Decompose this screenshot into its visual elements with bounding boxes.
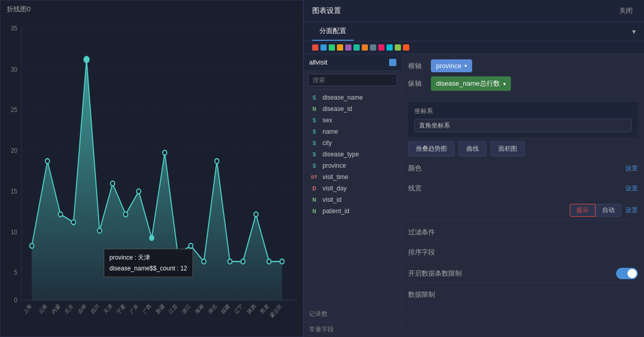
- limit-toggle[interactable]: [616, 268, 638, 279]
- color-label: 颜色: [408, 164, 422, 173]
- svg-text:蒙古区: 蒙古区: [269, 303, 283, 319]
- svg-text:广东: 广东: [129, 303, 139, 315]
- linewidth-label: 线宽: [408, 184, 422, 193]
- svg-text:15: 15: [11, 188, 18, 196]
- field-name: sex: [323, 117, 332, 124]
- chart-type-btn-stacked[interactable]: 推叠趋势图: [408, 141, 455, 156]
- field-name: visit_id: [323, 196, 342, 203]
- linewidth-setting-link[interactable]: 设置: [625, 184, 638, 193]
- field-name: visit_time: [323, 173, 348, 181]
- color-dot: [395, 44, 401, 51]
- coord-input[interactable]: [414, 119, 632, 132]
- stats-row: 记录数: [304, 306, 401, 322]
- field-type-badge: S: [309, 95, 319, 101]
- svg-point-22: [98, 228, 102, 233]
- color-setting-link[interactable]: 设置: [625, 164, 638, 173]
- field-item[interactable]: N patient_id: [304, 205, 401, 217]
- svg-text:湖北: 湖北: [207, 303, 217, 315]
- svg-text:辽宁: 辽宁: [233, 303, 244, 315]
- field-item[interactable]: S city: [304, 137, 401, 149]
- field-name: name: [323, 128, 338, 135]
- hint-btn-auto[interactable]: 自动: [595, 204, 621, 217]
- svg-text:30: 30: [11, 66, 18, 73]
- field-list-column: allvisit S disease_name N disease_id S s…: [304, 54, 402, 337]
- field-item[interactable]: N disease_id: [304, 103, 401, 115]
- svg-text:20: 20: [11, 147, 18, 154]
- field-item[interactable]: DT visit_time: [304, 171, 401, 183]
- color-dot: [337, 44, 343, 51]
- limit-label: 开启数据条数限制: [408, 269, 462, 278]
- svg-text:10: 10: [11, 228, 18, 236]
- y-axis-select[interactable]: disease_name总行数 ▾: [431, 76, 511, 91]
- linewidth-setting-row: 线宽 设置: [408, 181, 638, 197]
- chart-svg: 35 30 25 20 15 10 5 0: [1, 16, 303, 336]
- svg-point-18: [45, 159, 50, 164]
- svg-point-24: [123, 212, 127, 217]
- hint-row: 提示 自动 设置: [408, 201, 638, 220]
- sort-label: 排序字段: [408, 248, 435, 257]
- chevron-down-icon: ▾: [464, 63, 467, 69]
- field-type-badge: S: [309, 118, 319, 123]
- color-dot: [370, 44, 376, 51]
- chart-type-btn-area[interactable]: 面积图: [491, 141, 525, 156]
- field-item[interactable]: S province: [304, 160, 401, 171]
- tab-partition[interactable]: 分面配置: [312, 22, 353, 41]
- field-name: disease_id: [323, 105, 352, 113]
- field-item[interactable]: S disease_type: [304, 149, 401, 160]
- field-item[interactable]: N visit_id: [304, 194, 401, 205]
- svg-text:北京: 北京: [64, 303, 74, 315]
- field-name: disease_type: [323, 151, 359, 158]
- chart-type-btn-curve[interactable]: 曲线: [459, 141, 487, 156]
- close-button[interactable]: 关闭: [616, 5, 636, 17]
- svg-text:浙江: 浙江: [181, 303, 191, 315]
- field-name: city: [323, 139, 332, 147]
- field-type-badge: DT: [309, 174, 319, 180]
- svg-text:新疆: 新疆: [155, 303, 165, 315]
- dataset-header: allvisit: [304, 54, 401, 71]
- chevron-down-icon: ▾: [503, 81, 506, 87]
- svg-point-21: [84, 57, 89, 63]
- search-input[interactable]: [308, 74, 397, 86]
- hint-btn-tip[interactable]: 提示: [570, 204, 595, 217]
- limit-more-label: 数据限制: [408, 290, 435, 299]
- svg-point-27: [163, 150, 167, 155]
- svg-text:四川: 四川: [90, 303, 100, 315]
- svg-point-32: [228, 259, 232, 264]
- chart-title: 折线图0: [7, 5, 30, 14]
- svg-text:江苏: 江苏: [168, 303, 179, 315]
- svg-text:云南: 云南: [38, 303, 48, 315]
- field-item[interactable]: D visit_day: [304, 183, 401, 194]
- svg-point-26: [150, 235, 154, 240]
- tab-dropdown-icon[interactable]: ▾: [632, 27, 636, 36]
- x-axis-select[interactable]: province ▾: [431, 59, 472, 72]
- field-item[interactable]: S disease_name: [304, 92, 401, 103]
- field-type-badge: S: [309, 163, 319, 169]
- field-name: disease_name: [323, 94, 363, 101]
- color-setting-row: 颜色 设置: [408, 161, 638, 176]
- hint-btns: 提示 自动: [570, 204, 621, 217]
- chart-area: 折线图0 35 30 25 20 15 10 5 0: [0, 0, 303, 337]
- svg-text:25: 25: [11, 106, 18, 114]
- coord-section: 坐标系: [408, 102, 638, 137]
- hint-setting-link[interactable]: 设置: [625, 206, 638, 215]
- filter-label: 过滤条件: [408, 228, 435, 237]
- settings-panel: 图表设置 关闭 分面配置 ▾ allvisit: [303, 0, 644, 337]
- field-item[interactable]: S name: [304, 126, 401, 137]
- field-type-badge: D: [309, 186, 319, 191]
- color-dots-row: [304, 41, 644, 54]
- field-item[interactable]: S sex: [304, 115, 401, 126]
- svg-point-17: [30, 244, 34, 248]
- svg-point-30: [202, 259, 206, 264]
- panel-header: 图表设置 关闭: [304, 0, 644, 22]
- svg-text:广西: 广西: [142, 303, 152, 315]
- search-input-wrap: [304, 71, 401, 90]
- dataset-name: allvisit: [309, 58, 327, 66]
- svg-point-19: [58, 212, 62, 217]
- config-column: 横轴 province ▾ 纵轴 disease_name总行数 ▾ 坐标系: [402, 54, 644, 337]
- svg-point-23: [110, 181, 115, 186]
- svg-point-29: [189, 244, 193, 248]
- field-type-badge: N: [309, 197, 319, 203]
- coord-label: 坐标系: [414, 107, 632, 116]
- svg-text:内蒙: 内蒙: [51, 303, 61, 315]
- svg-text:宁夏: 宁夏: [116, 303, 126, 315]
